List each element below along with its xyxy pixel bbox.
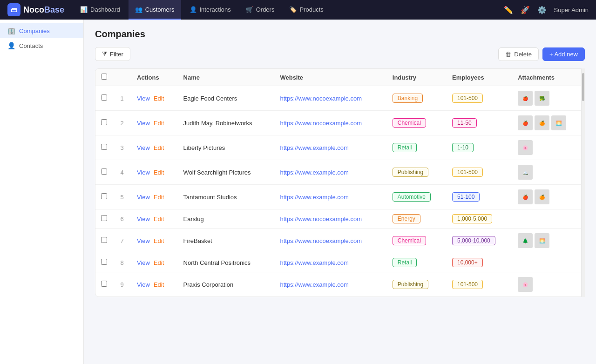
row-checkbox-2[interactable] (101, 144, 107, 150)
delete-label: Delete (514, 51, 532, 58)
edit-link[interactable]: Edit (154, 120, 164, 127)
delete-button[interactable]: 🗑 Delete (498, 47, 539, 61)
nav-interactions-label: Interactions (200, 6, 231, 13)
row-website[interactable]: https://www.nocoexample.com (274, 111, 386, 135)
edit-link[interactable]: Edit (154, 194, 164, 201)
attachment-thumbnails: 🍎🍊 (518, 189, 579, 204)
row-website[interactable]: https://www.nocoexample.com (274, 86, 386, 111)
row-checkbox-4[interactable] (101, 193, 107, 199)
main-content: Companies ⧩ Filter 🗑 Delete + Add new (84, 20, 596, 364)
view-link[interactable]: View (137, 144, 150, 151)
row-attachments: 🌲🌅 (512, 229, 584, 253)
row-industry: Chemical (387, 229, 447, 253)
brand-noco: Noco (23, 5, 44, 14)
industry-badge: Retail (393, 143, 417, 152)
row-website[interactable]: https://www.example.com (274, 160, 386, 185)
row-industry: Banking (387, 86, 447, 111)
edit-link[interactable]: Edit (154, 169, 164, 176)
row-website[interactable]: https://www.nocoexample.com (274, 229, 386, 253)
view-link[interactable]: View (137, 95, 150, 102)
employee-badge: 101-500 (452, 168, 483, 177)
edit-link[interactable]: Edit (154, 144, 164, 151)
row-website[interactable]: https://www.example.com (274, 185, 386, 209)
row-name: Wolf Searchlight Pictures (178, 160, 275, 185)
row-attachments: 🍎🥦 (512, 86, 584, 111)
nav-orders[interactable]: 🛒 Orders (239, 0, 281, 20)
row-actions: ViewEdit (131, 185, 178, 209)
row-checkbox-5[interactable] (101, 215, 107, 221)
sidebar-item-contacts[interactable]: 👤 Contacts (0, 38, 83, 53)
website-link[interactable]: https://www.example.com (280, 194, 348, 201)
view-link[interactable]: View (137, 169, 150, 176)
rocket-icon[interactable]: 🚀 (521, 6, 530, 14)
view-link[interactable]: View (137, 194, 150, 201)
row-employees: 101-500 (447, 272, 512, 297)
row-actions: ViewEdit (131, 160, 178, 185)
sidebar-companies-label: Companies (19, 27, 50, 34)
view-link[interactable]: View (137, 237, 150, 244)
view-link[interactable]: View (137, 281, 150, 288)
row-checkbox-1[interactable] (101, 119, 107, 125)
dashboard-icon: 📊 (80, 6, 88, 13)
attachment-thumbnails: 🌸 (518, 277, 579, 292)
table-row: 7ViewEditFireBaskethttps://www.nocoexamp… (95, 229, 584, 253)
nav-customers[interactable]: 👥 Customers (129, 0, 181, 20)
website-link[interactable]: https://www.example.com (280, 144, 348, 151)
row-employees: 10,000+ (447, 253, 512, 272)
row-attachments: 🌸 (512, 135, 584, 160)
row-employees: 11-50 (447, 111, 512, 135)
pencil-icon[interactable]: ✏️ (504, 6, 513, 14)
nav-dashboard[interactable]: 📊 Dashboard (74, 0, 127, 20)
website-link[interactable]: https://www.nocoexample.com (280, 237, 362, 244)
employee-badge: 5,000-10,000 (452, 236, 495, 245)
nav-products-label: Products (299, 6, 323, 13)
attachment-thumbnails: 🏔️ (518, 165, 579, 180)
row-checkbox-3[interactable] (101, 169, 107, 175)
row-checkbox-8[interactable] (101, 281, 107, 287)
edit-link[interactable]: Edit (154, 216, 164, 222)
edit-link[interactable]: Edit (154, 259, 164, 266)
nav-interactions[interactable]: 👤 Interactions (183, 0, 237, 20)
edit-link[interactable]: Edit (154, 95, 164, 102)
row-checkbox-0[interactable] (101, 94, 107, 101)
website-link[interactable]: https://www.example.com (280, 169, 348, 176)
scrollbar[interactable] (581, 68, 585, 297)
row-industry: Retail (387, 253, 447, 272)
nav-products[interactable]: 🏷️ Products (283, 0, 330, 20)
filter-button[interactable]: ⧩ Filter (95, 47, 130, 61)
employee-badge: 1,000-5,000 (452, 214, 492, 223)
industry-badge: Energy (393, 214, 420, 223)
row-checkbox-6[interactable] (101, 237, 107, 243)
select-all-checkbox[interactable] (101, 74, 107, 80)
row-actions: ViewEdit (131, 135, 178, 160)
industry-badge: Chemical (393, 236, 426, 245)
website-link[interactable]: https://www.nocoexample.com (280, 95, 362, 102)
add-new-button[interactable]: + Add new (542, 47, 585, 61)
website-link[interactable]: https://www.nocoexample.com (280, 216, 362, 222)
row-number: 3 (113, 135, 131, 160)
view-link[interactable]: View (137, 120, 150, 127)
sidebar-item-companies[interactable]: 🏢 Companies (0, 23, 83, 38)
gear-icon[interactable]: ⚙️ (537, 6, 547, 14)
view-link[interactable]: View (137, 259, 150, 266)
nav-right-section: ✏️ 🚀 ⚙️ Super Admin (504, 6, 589, 14)
row-employees: 101-500 (447, 160, 512, 185)
website-link[interactable]: https://www.nocoexample.com (280, 120, 362, 127)
row-website[interactable]: https://www.example.com (274, 272, 386, 297)
row-website[interactable]: https://www.example.com (274, 253, 386, 272)
table-row: 5ViewEditTantamount Studioshttps://www.e… (95, 185, 584, 209)
website-link[interactable]: https://www.example.com (280, 259, 348, 266)
edit-link[interactable]: Edit (154, 237, 164, 244)
attachment-thumb: 🌲 (518, 233, 533, 248)
industry-badge: Banking (393, 94, 423, 103)
row-name: Earslug (178, 209, 275, 229)
edit-link[interactable]: Edit (154, 281, 164, 288)
row-website[interactable]: https://www.example.com (274, 135, 386, 160)
table-row: 9ViewEditPraxis Corporationhttps://www.e… (95, 272, 584, 297)
header-actions: Actions (131, 69, 178, 86)
row-checkbox-7[interactable] (101, 259, 107, 265)
view-link[interactable]: View (137, 216, 150, 222)
industry-badge: Automotive (393, 192, 431, 202)
row-website[interactable]: https://www.nocoexample.com (274, 209, 386, 229)
website-link[interactable]: https://www.example.com (280, 281, 348, 288)
